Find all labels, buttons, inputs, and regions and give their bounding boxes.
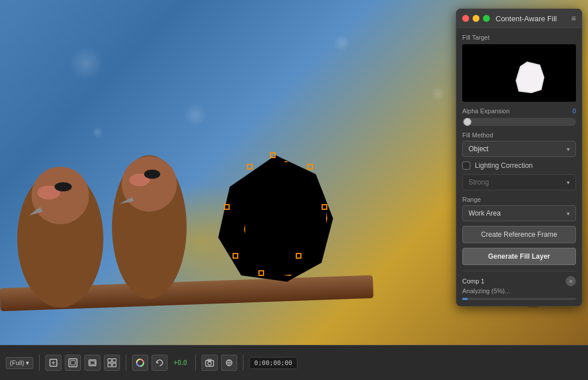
svg-point-8 [144,170,160,179]
svg-point-6 [122,156,177,212]
progress-comp: Comp 1 [462,278,485,285]
progress-close-button[interactable]: ✕ [566,276,576,286]
alpha-expansion-value: 0 [572,108,576,114]
lighting-strength-value: Strong [469,178,489,186]
bird-left [11,161,109,316]
timecode-display[interactable]: 0;00;00;00 [249,357,297,369]
quality-value: (Full) [10,359,24,366]
svg-rect-22 [108,359,111,362]
fill-method-value: Object [469,145,489,153]
content-aware-fill-panel: Content-Aware Fill ≡ Fill Target Alpha E… [456,9,582,306]
panel-title: Content-Aware Fill [496,14,568,23]
lighting-strength-arrow: ▾ [567,179,570,186]
toggle-grid-button[interactable] [104,355,120,371]
alpha-expansion-slider[interactable] [462,118,576,126]
selection-handles [215,152,336,285]
svg-rect-21 [90,361,95,364]
lighting-correction-checkbox[interactable] [462,162,470,170]
lighting-correction-label: Lighting Correction [475,162,533,170]
reset-button[interactable] [152,355,168,371]
toolbar: (Full) ▾ [0,345,588,380]
range-label: Range [462,196,576,203]
svg-point-28 [208,362,211,365]
separator-4 [243,355,243,371]
panel-titlebar: Content-Aware Fill ≡ [457,9,582,28]
generate-fill-layer-button[interactable]: Generate Fill Layer [462,248,576,265]
lighting-correction-row: Lighting Correction [462,162,576,170]
maximize-button[interactable] [483,15,490,22]
fill-method-arrow: ▾ [567,146,570,152]
separator-3 [195,355,196,371]
create-reference-frame-button[interactable]: Create Reference Frame [462,226,576,243]
fill-method-label: Fill Method [462,132,576,139]
progress-header: Comp 1 ✕ [462,276,576,286]
fill-target-shape [516,62,544,93]
fill-target-label: Fill Target [462,34,576,41]
progress-section: Comp 1 ✕ Analyzing (5%)... [462,271,576,300]
panel-body: Fill Target Alpha Expansion 0 Fill Metho… [457,28,582,306]
alpha-expansion-thumb[interactable] [463,118,471,126]
svg-rect-23 [113,359,116,362]
separator-1 [39,355,40,371]
svg-rect-25 [113,363,116,367]
svg-rect-18 [69,359,77,367]
svg-rect-24 [108,363,111,367]
lighting-strength-dropdown: Strong ▾ [462,174,576,190]
quality-arrow: ▾ [26,359,29,367]
snapshot-button[interactable] [202,355,218,371]
alpha-expansion-row: Alpha Expansion 0 [462,108,576,114]
quality-dropdown[interactable]: (Full) ▾ [6,357,33,369]
fill-method-dropdown[interactable]: Object ▾ [462,141,576,157]
progress-bar-fill [462,298,468,300]
zoom-fit-button[interactable] [65,355,81,371]
fit-frame-button[interactable] [45,355,61,371]
progress-bar-background [462,298,576,300]
progress-status: Analyzing (5%)... [462,287,576,294]
range-arrow: ▾ [567,210,570,217]
separator-2 [126,355,126,371]
bird-center-left [106,147,195,308]
range-dropdown[interactable]: Work Area ▾ [462,205,576,221]
close-button[interactable] [462,15,469,22]
minimize-button[interactable] [473,15,479,22]
plus-value: +0.0 [173,359,187,367]
alpha-expansion-label: Alpha Expansion [462,108,510,114]
fill-target-preview [462,44,576,102]
svg-rect-19 [71,360,75,365]
layer-link-button[interactable] [221,355,237,371]
range-value: Work Area [469,209,501,217]
color-picker-button[interactable] [132,355,148,371]
toggle-safe-zones-button[interactable] [84,355,100,371]
panel-menu-icon[interactable]: ≡ [571,14,576,23]
svg-point-3 [55,182,72,191]
